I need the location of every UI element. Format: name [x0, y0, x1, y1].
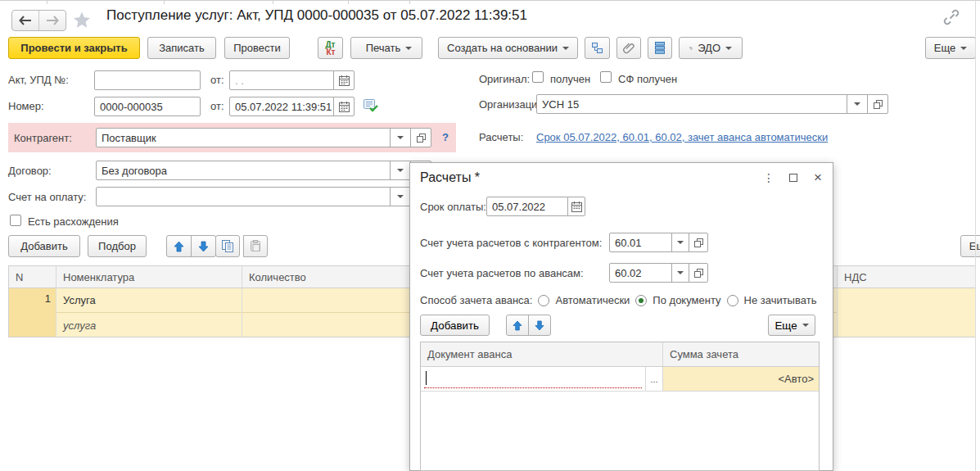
radio-by-document[interactable] — [635, 295, 647, 306]
doc-date-input[interactable]: 05.07.2022 11:39:51 — [229, 97, 334, 116]
link-icon[interactable] — [943, 9, 960, 28]
act-upd-number-label: Акт, УПД №: — [8, 74, 69, 86]
counterparty-input[interactable]: Поставщик — [96, 128, 391, 147]
sf-received-checkbox[interactable] — [600, 71, 612, 83]
dropdown-button[interactable] — [390, 187, 411, 206]
chevron-down-icon — [677, 271, 684, 274]
column-header-vat[interactable]: НДС — [838, 266, 975, 288]
service-name: Услуга — [56, 288, 242, 313]
save-button[interactable]: Записать — [147, 37, 216, 59]
dialog-move-down-button[interactable] — [528, 315, 551, 336]
radio-do-not-offset[interactable] — [727, 295, 738, 306]
table-more-button[interactable]: Еще — [960, 235, 980, 257]
edo-exchange-icon — [689, 43, 693, 54]
open-in-window-icon — [694, 238, 703, 247]
act-upd-number-input[interactable] — [94, 70, 201, 90]
dialog-add-label: Добавить — [431, 319, 479, 332]
favorite-star-icon[interactable] — [72, 10, 92, 32]
copy-rows-button[interactable] — [215, 235, 240, 257]
required-underline — [424, 387, 642, 388]
dialog-close-icon[interactable]: × — [810, 170, 826, 186]
nomenclature-cell[interactable]: Услуга услуга — [56, 288, 242, 337]
app-window: Поступление услуг: Акт, УПД 0000-000035 … — [0, 0, 980, 471]
post-button[interactable]: Провести — [224, 37, 290, 59]
calendar-button[interactable] — [333, 70, 355, 90]
arrow-up-icon — [174, 241, 184, 252]
chevron-down-icon — [397, 136, 404, 139]
attachments-button[interactable] — [616, 37, 641, 59]
choose-document-button[interactable]: ... — [646, 367, 663, 391]
move-up-button[interactable] — [166, 235, 192, 257]
dialog-more-button[interactable]: Еще — [768, 315, 815, 336]
open-button[interactable] — [689, 263, 708, 283]
advance-method-group: Способ зачета аванса: Автоматически По д… — [420, 294, 816, 306]
column-header-nomenclature[interactable]: Номенклатура — [56, 266, 242, 288]
set-date-status-icon[interactable] — [363, 98, 378, 115]
advance-method-label: Способ зачета аванса: — [420, 294, 532, 306]
paste-icon — [250, 240, 261, 252]
edo-button[interactable]: ЭДО — [679, 37, 743, 59]
radio-automatic[interactable] — [538, 295, 549, 306]
print-button[interactable]: Печать — [350, 37, 422, 59]
counterparty-account-input[interactable]: 60.01 — [609, 233, 672, 252]
chevron-down-icon — [562, 47, 569, 50]
arrow-down-icon — [535, 320, 544, 331]
top-tick — [273, 0, 273, 4]
dialog-kebab-icon[interactable]: ⋮ — [761, 170, 777, 186]
discrepancy-checkbox[interactable] — [10, 215, 21, 226]
paste-rows-button[interactable] — [243, 235, 268, 257]
kebab-menu-icon[interactable]: ⋮ — [977, 11, 980, 25]
post-and-close-label: Провести и закрыть — [20, 42, 127, 54]
vat-cell[interactable] — [838, 288, 975, 337]
save-label: Записать — [159, 42, 205, 54]
service-description: услуга — [56, 313, 242, 337]
open-button[interactable] — [410, 128, 431, 147]
top-tick — [409, 0, 410, 4]
advance-account-input[interactable]: 60.02 — [609, 263, 672, 283]
calendar-button[interactable] — [567, 197, 585, 216]
dialog-title: Расчеты * — [420, 170, 480, 185]
add-row-button[interactable]: Добавить — [8, 235, 80, 257]
contract-input[interactable]: Без договора — [96, 161, 391, 180]
dropdown-button[interactable] — [390, 128, 411, 147]
dialog-add-button[interactable]: Добавить — [420, 315, 490, 336]
act-upd-date-input[interactable]: . . — [229, 70, 334, 90]
open-button[interactable] — [689, 233, 708, 252]
open-button[interactable] — [867, 94, 888, 114]
dropdown-button[interactable] — [671, 263, 689, 283]
forward-button[interactable] — [39, 11, 65, 30]
dropdown-button[interactable] — [847, 94, 868, 114]
advance-account-label: Счет учета расчетов по авансам: — [420, 267, 584, 279]
dialog-maximize-icon[interactable] — [785, 170, 802, 186]
from-label: от: — [210, 100, 224, 112]
advance-document-input[interactable] — [421, 367, 646, 391]
text-cursor — [426, 371, 427, 385]
pick-button[interactable]: Подбор — [88, 235, 147, 257]
organization-input[interactable]: УСН 15 — [536, 94, 847, 114]
open-in-window-icon — [417, 134, 426, 143]
calendar-button[interactable] — [333, 97, 355, 116]
dt-kt-postings-button[interactable]: ДтКт — [318, 37, 343, 59]
toolbar-more-button[interactable]: Еще — [925, 37, 976, 59]
calendar-icon — [571, 202, 582, 212]
column-header-offset-sum[interactable]: Сумма зачета — [663, 342, 819, 366]
move-down-button[interactable] — [191, 235, 216, 257]
number-input[interactable]: 0000-000035 — [94, 97, 201, 116]
settlements-link[interactable]: Срок 05.07.2022, 60.01, 60.02, зачет ава… — [536, 131, 828, 143]
advance-documents-table: Документ аванса Сумма зачета ... <Авто> — [420, 342, 820, 471]
offset-sum-cell[interactable]: <Авто> — [663, 367, 819, 391]
post-and-close-button[interactable]: Провести и закрыть — [8, 37, 140, 59]
dialog-move-up-button[interactable] — [506, 315, 529, 336]
back-button[interactable] — [12, 11, 39, 30]
dropdown-button[interactable] — [671, 233, 689, 252]
due-date-input[interactable]: 05.07.2022 — [486, 197, 568, 216]
counterparty-help-link[interactable]: ? — [442, 131, 449, 143]
dropdown-button[interactable] — [390, 161, 411, 180]
column-header-advance-document[interactable]: Документ аванса — [421, 342, 663, 366]
invoice-input[interactable] — [96, 187, 391, 206]
register-records-button[interactable] — [648, 37, 672, 59]
original-received-checkbox[interactable] — [532, 71, 544, 83]
related-documents-button[interactable] — [585, 37, 610, 59]
column-header-n[interactable]: N — [9, 266, 56, 288]
create-based-on-button[interactable]: Создать на основании — [438, 37, 578, 59]
